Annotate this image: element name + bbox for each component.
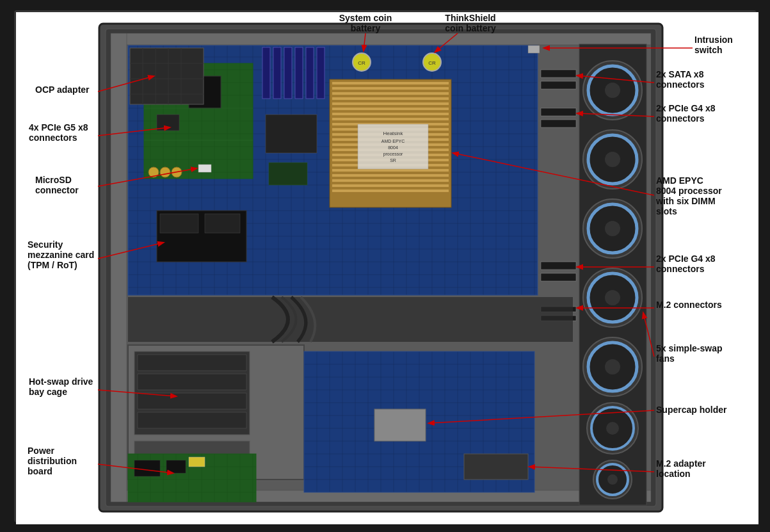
svg-rect-56 (295, 47, 303, 99)
svg-rect-107 (138, 393, 246, 409)
svg-rect-101 (128, 297, 573, 342)
svg-text:Power: Power (28, 446, 55, 456)
svg-rect-57 (306, 47, 314, 99)
svg-rect-86 (332, 189, 449, 192)
svg-text:connectors: connectors (656, 79, 705, 90)
svg-rect-58 (317, 47, 325, 99)
svg-rect-83 (332, 174, 449, 177)
svg-text:4x PCIe G5 x8: 4x PCIe G5 x8 (29, 122, 88, 133)
svg-text:connectors: connectors (656, 113, 705, 124)
svg-text:switch: switch (694, 45, 723, 55)
svg-rect-54 (273, 47, 281, 99)
svg-text:Hot-swap drive: Hot-swap drive (29, 376, 93, 387)
svg-text:(TPM / RoT): (TPM / RoT) (28, 260, 77, 270)
svg-text:ThinkShield: ThinkShield (445, 13, 495, 23)
svg-point-28 (605, 290, 620, 305)
svg-rect-15 (111, 33, 127, 502)
svg-text:8004 processor: 8004 processor (656, 186, 722, 196)
svg-rect-72 (332, 118, 449, 120)
svg-text:mezzanine card: mezzanine card (28, 250, 94, 260)
svg-text:M.2 adapter: M.2 adapter (656, 458, 706, 469)
svg-rect-65 (332, 82, 449, 85)
svg-rect-55 (284, 47, 292, 99)
svg-text:battery: battery (350, 23, 380, 33)
svg-rect-40 (541, 108, 576, 116)
label-system-coin-battery: System coin (339, 13, 391, 23)
diagram-container: CR CR Heatsink AMD EPYC 800 (14, 10, 757, 522)
svg-text:bay cage: bay cage (29, 387, 67, 397)
svg-point-25 (605, 221, 620, 236)
svg-rect-116 (130, 48, 204, 104)
svg-text:AMD EPYC: AMD EPYC (656, 175, 703, 186)
svg-rect-63 (528, 45, 540, 53)
svg-rect-53 (262, 47, 270, 99)
svg-rect-66 (332, 87, 449, 90)
svg-rect-93 (266, 115, 317, 153)
svg-text:distribution: distribution (28, 456, 77, 466)
svg-point-34 (606, 422, 619, 435)
svg-text:with six DIMM: with six DIMM (655, 196, 716, 206)
svg-text:connectors: connectors (656, 264, 705, 274)
svg-text:MicroSD: MicroSD (35, 175, 72, 185)
svg-point-96 (160, 167, 170, 177)
svg-text:SR: SR (390, 158, 396, 163)
svg-rect-85 (332, 184, 449, 187)
svg-text:fans: fans (656, 353, 675, 364)
svg-text:M.2 connectors: M.2 connectors (656, 300, 722, 310)
svg-rect-111 (166, 460, 186, 473)
svg-point-37 (607, 474, 618, 485)
svg-text:CR: CR (358, 60, 365, 66)
svg-text:2x PCIe G4 x8: 2x PCIe G4 x8 (656, 103, 716, 113)
svg-text:slots: slots (656, 206, 677, 216)
svg-rect-38 (541, 70, 576, 77)
svg-rect-94 (269, 163, 307, 185)
svg-text:OCP adapter: OCP adapter (35, 85, 90, 95)
svg-rect-110 (134, 460, 160, 476)
svg-point-22 (605, 152, 620, 167)
svg-text:AMD EPYC: AMD EPYC (381, 139, 405, 143)
svg-rect-41 (541, 120, 576, 127)
svg-rect-13 (111, 33, 651, 45)
svg-rect-114 (374, 409, 426, 441)
svg-rect-99 (160, 214, 198, 233)
svg-text:Heatsink: Heatsink (383, 131, 403, 136)
svg-text:location: location (656, 469, 691, 479)
svg-rect-67 (332, 92, 449, 95)
svg-text:Intrusion: Intrusion (694, 35, 733, 45)
svg-point-31 (605, 359, 620, 375)
svg-rect-112 (189, 457, 205, 467)
svg-rect-105 (138, 355, 246, 371)
svg-rect-43 (541, 273, 576, 281)
svg-rect-69 (332, 102, 449, 105)
svg-text:board: board (28, 466, 52, 476)
svg-rect-68 (332, 97, 449, 100)
svg-rect-39 (541, 81, 576, 89)
svg-point-19 (605, 83, 620, 98)
svg-rect-84 (332, 179, 449, 182)
svg-text:CR: CR (428, 60, 436, 66)
svg-rect-108 (138, 412, 246, 428)
svg-text:5x simple-swap: 5x simple-swap (656, 343, 723, 353)
svg-rect-115 (464, 454, 528, 480)
svg-text:connectors: connectors (29, 133, 77, 143)
svg-text:2x PCIe G4 x8: 2x PCIe G4 x8 (656, 254, 716, 264)
svg-rect-82 (332, 169, 449, 172)
svg-text:8004: 8004 (388, 145, 398, 150)
svg-rect-124 (198, 165, 211, 172)
svg-text:coin battery: coin battery (445, 23, 496, 33)
svg-rect-100 (205, 214, 240, 233)
svg-text:Supercap holder: Supercap holder (656, 405, 727, 415)
svg-text:Security: Security (28, 239, 63, 250)
svg-rect-42 (541, 262, 576, 270)
svg-text:connector: connector (35, 185, 79, 195)
svg-rect-70 (332, 108, 449, 110)
svg-text:processor: processor (383, 152, 403, 157)
svg-rect-71 (332, 113, 449, 115)
svg-text:2x SATA x8: 2x SATA x8 (656, 69, 704, 79)
svg-rect-106 (138, 374, 246, 390)
